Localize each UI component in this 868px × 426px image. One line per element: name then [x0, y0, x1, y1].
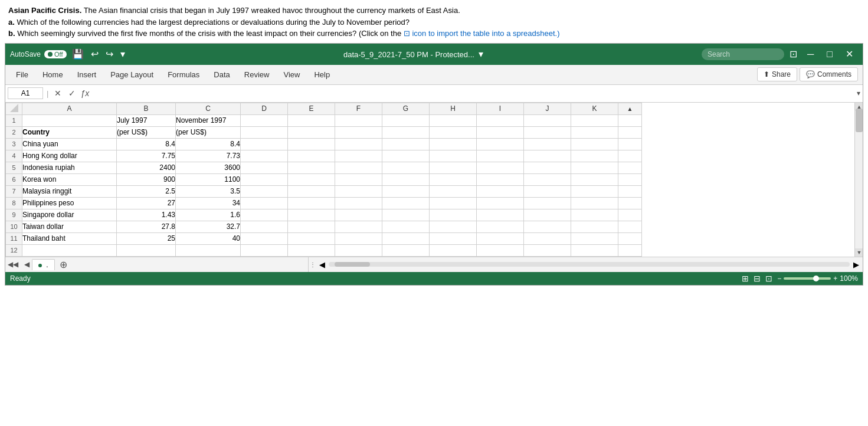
- cell-1-7[interactable]: [430, 114, 477, 126]
- cell-11-3[interactable]: [241, 232, 288, 244]
- zoom-minus-btn[interactable]: −: [777, 274, 781, 283]
- cell-3-6[interactable]: [382, 138, 430, 150]
- save-icon[interactable]: 💾: [70, 47, 86, 61]
- cell-12-3[interactable]: [241, 244, 288, 256]
- cell-2-7[interactable]: [430, 126, 477, 138]
- confirm-formula-icon[interactable]: ✓: [66, 87, 78, 99]
- cell-2-9[interactable]: [524, 126, 571, 138]
- formula-chevron[interactable]: ▾: [857, 89, 860, 97]
- cell-2-2[interactable]: (per US$): [176, 126, 241, 138]
- search-input[interactable]: [702, 48, 784, 60]
- cell-9-6[interactable]: [382, 209, 430, 221]
- cell-10-3[interactable]: [241, 221, 288, 232]
- cell-12-9[interactable]: [524, 244, 571, 256]
- close-button[interactable]: ✕: [841, 47, 858, 61]
- cell-10-4[interactable]: [288, 221, 335, 232]
- cell-10-9[interactable]: [524, 221, 571, 232]
- cell-12-2[interactable]: [176, 244, 241, 256]
- cell-8-2[interactable]: 34: [176, 197, 241, 209]
- cell-5-1[interactable]: 2400: [117, 162, 176, 173]
- cell-10-2[interactable]: 32.7: [176, 221, 241, 232]
- cell-5-2[interactable]: 3600: [176, 162, 241, 173]
- col-header-c[interactable]: C: [176, 103, 241, 114]
- cell-1-5[interactable]: [335, 114, 382, 126]
- tab-help[interactable]: Help: [308, 67, 336, 83]
- cell-reference-input[interactable]: A1: [8, 87, 43, 99]
- cell-5-7[interactable]: [430, 162, 477, 173]
- formula-input[interactable]: [91, 88, 854, 99]
- cell-6-7[interactable]: [430, 173, 477, 185]
- title-dropdown-icon[interactable]: ▾: [477, 48, 485, 60]
- share-button[interactable]: ⬆ Share: [757, 67, 797, 81]
- cell-9-1[interactable]: 1.43: [117, 209, 176, 221]
- comments-button[interactable]: 💬 Comments: [800, 67, 858, 81]
- cell-5-5[interactable]: [335, 162, 382, 173]
- sheet-first-arrow[interactable]: ◀◀: [5, 259, 21, 270]
- cell-4-6[interactable]: [382, 150, 430, 162]
- cell-4-4[interactable]: [288, 150, 335, 162]
- cell-10-1[interactable]: 27.8: [117, 221, 176, 232]
- cell-7-8[interactable]: [477, 185, 524, 197]
- cell-1-8[interactable]: [477, 114, 524, 126]
- col-header-b[interactable]: B: [117, 103, 176, 114]
- cell-4-5[interactable]: [335, 150, 382, 162]
- cell-2-5[interactable]: [335, 126, 382, 138]
- cell-11-10[interactable]: [571, 232, 618, 244]
- tab-page-layout[interactable]: Page Layout: [104, 67, 159, 83]
- cell-4-9[interactable]: [524, 150, 571, 162]
- cell-11-0[interactable]: Thailand baht: [22, 232, 117, 244]
- sheet-prev-arrow[interactable]: ◀: [22, 259, 32, 270]
- cell-12-11[interactable]: [618, 244, 642, 256]
- cell-4-11[interactable]: [618, 150, 642, 162]
- cell-8-5[interactable]: [335, 197, 382, 209]
- cell-6-8[interactable]: [477, 173, 524, 185]
- cell-10-10[interactable]: [571, 221, 618, 232]
- cell-2-8[interactable]: [477, 126, 524, 138]
- cell-12-10[interactable]: [571, 244, 618, 256]
- cell-4-2[interactable]: 7.73: [176, 150, 241, 162]
- cell-6-1[interactable]: 900: [117, 173, 176, 185]
- cell-11-7[interactable]: [430, 232, 477, 244]
- cell-1-4[interactable]: [288, 114, 335, 126]
- cell-3-4[interactable]: [288, 138, 335, 150]
- cell-6-6[interactable]: [382, 173, 430, 185]
- cell-9-0[interactable]: Singapore dollar: [22, 209, 117, 221]
- cell-6-2[interactable]: 1100: [176, 173, 241, 185]
- spreadsheet-main[interactable]: A B C D E F G H I J K ▲: [5, 103, 854, 257]
- add-sheet-button[interactable]: ⊕: [57, 259, 70, 270]
- scrollbar-thumb[interactable]: [856, 109, 863, 132]
- cell-7-11[interactable]: [618, 185, 642, 197]
- redo-icon[interactable]: ↪: [104, 47, 115, 61]
- tab-data[interactable]: Data: [208, 67, 235, 83]
- cell-11-11[interactable]: [618, 232, 642, 244]
- cell-1-6[interactable]: [382, 114, 430, 126]
- cell-3-10[interactable]: [571, 138, 618, 150]
- cell-9-5[interactable]: [335, 209, 382, 221]
- cell-10-5[interactable]: [335, 221, 382, 232]
- cell-5-4[interactable]: [288, 162, 335, 173]
- cell-12-4[interactable]: [288, 244, 335, 256]
- cell-12-5[interactable]: [335, 244, 382, 256]
- vertical-scrollbar[interactable]: ▲ ▼: [854, 103, 863, 257]
- cell-8-6[interactable]: [382, 197, 430, 209]
- cell-11-5[interactable]: [335, 232, 382, 244]
- h-scroll-left[interactable]: ◀: [317, 259, 327, 270]
- col-header-d[interactable]: D: [241, 103, 288, 114]
- cell-4-7[interactable]: [430, 150, 477, 162]
- col-header-a[interactable]: A: [22, 103, 117, 114]
- cell-11-9[interactable]: [524, 232, 571, 244]
- cell-4-8[interactable]: [477, 150, 524, 162]
- cell-11-8[interactable]: [477, 232, 524, 244]
- cell-8-3[interactable]: [241, 197, 288, 209]
- cell-5-11[interactable]: [618, 162, 642, 173]
- tab-file[interactable]: File: [10, 67, 34, 83]
- cell-3-3[interactable]: [241, 138, 288, 150]
- tab-formulas[interactable]: Formulas: [162, 67, 205, 83]
- cell-3-1[interactable]: 8.4: [117, 138, 176, 150]
- cell-6-5[interactable]: [335, 173, 382, 185]
- autosave-toggle[interactable]: Off: [44, 50, 66, 58]
- cell-3-11[interactable]: [618, 138, 642, 150]
- page-break-icon[interactable]: ⊡: [765, 274, 772, 283]
- cell-7-1[interactable]: 2.5: [117, 185, 176, 197]
- import-icon[interactable]: ⊡: [404, 29, 410, 38]
